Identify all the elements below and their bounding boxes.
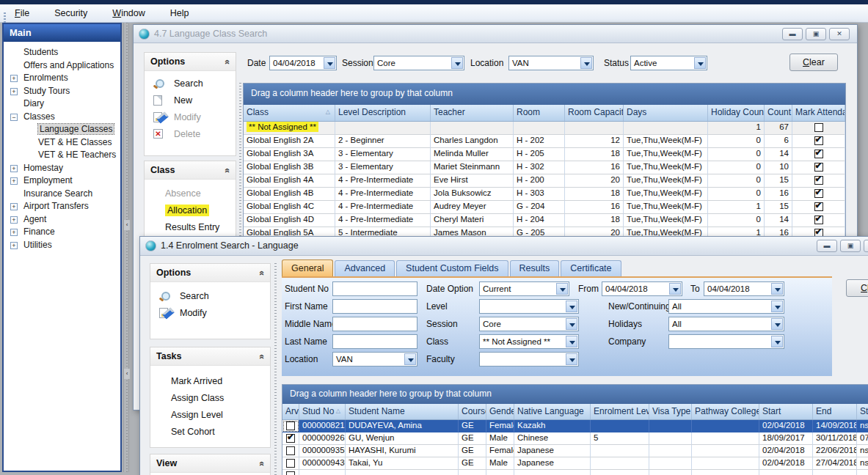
student-no-field[interactable] (332, 281, 417, 296)
absence-button[interactable]: Absence (145, 185, 236, 202)
column-header-level[interactable]: Level Description (335, 105, 431, 121)
table-row[interactable]: Global English 4C 4 - Pre-Intermediate A… (244, 201, 845, 214)
dropdown-arrow-icon[interactable] (771, 301, 783, 312)
mark-arrived-button[interactable]: Mark Arrived (150, 373, 270, 390)
expand-icon[interactable]: + (10, 75, 18, 82)
collapse-icon[interactable]: − (10, 114, 18, 121)
session-filter[interactable]: Core (373, 56, 464, 70)
column-header-mark-attendance[interactable]: Mark Attendar (792, 105, 845, 121)
expand-icon[interactable]: + (10, 203, 18, 210)
assign-class-button[interactable]: Assign Class (150, 390, 270, 407)
allocation-button[interactable]: Allocation (145, 202, 236, 219)
new-continuing-field[interactable]: All (668, 299, 784, 314)
attendance-checkbox[interactable]: ✔ (814, 216, 823, 224)
menu-window[interactable]: Window (112, 8, 145, 18)
column-header-gender[interactable]: Gender (486, 404, 514, 419)
minimize-button[interactable]: ▬ (817, 240, 837, 252)
expand-icon[interactable]: + (10, 88, 18, 95)
dropdown-arrow-icon[interactable] (556, 283, 568, 295)
attendance-checkbox[interactable]: ✔ (814, 176, 823, 185)
arrived-checkbox[interactable]: ✔ (286, 434, 295, 443)
close-button[interactable]: ✕ (829, 28, 850, 40)
new-button[interactable]: New (145, 92, 236, 109)
clear-button[interactable]: Clear (789, 54, 838, 71)
sidebar-item-airport-transfers[interactable]: +Airport Transfers (4, 200, 120, 213)
collapse-chevron-icon[interactable]: « (218, 168, 236, 173)
column-header-days[interactable]: Days (624, 105, 708, 121)
date-option-field[interactable]: Current (479, 281, 569, 296)
column-header-visa-type[interactable]: Visa Type (649, 404, 692, 419)
column-header-room[interactable]: Room (514, 105, 565, 121)
table-row[interactable]: 0000009435 Takai, Yu GE Male Japanese 02… (282, 457, 868, 470)
attendance-checkbox[interactable]: ✔ (814, 202, 823, 211)
to-date-field[interactable]: 04/04/2018 (704, 281, 784, 296)
results-entry-button[interactable]: Results Entry (145, 219, 236, 236)
sidebar-item-students[interactable]: Students (4, 46, 120, 59)
collapse-chevron-icon[interactable]: « (252, 354, 271, 359)
menu-file[interactable]: File (15, 8, 29, 18)
level-field[interactable] (479, 299, 579, 314)
dropdown-arrow-icon[interactable] (566, 318, 577, 330)
table-row[interactable]: 0000008213 DUDAYEVA, Amina GE Female Kaz… (282, 420, 868, 432)
faculty-field[interactable] (479, 352, 579, 367)
tab-results[interactable]: Results (510, 260, 560, 277)
column-header-pathway-college[interactable]: Pathway College (692, 404, 759, 419)
attendance-checkbox[interactable]: ✔ (814, 150, 823, 158)
sidebar-item-employment[interactable]: +Employment (4, 174, 120, 188)
session-field[interactable]: Core (479, 317, 579, 331)
dropdown-arrow-icon[interactable] (771, 318, 783, 330)
first-name-field[interactable] (332, 299, 417, 314)
window1-titlebar[interactable]: 4.7 Language Class Search ▬ ▣ ✕ (134, 25, 857, 43)
arrived-checkbox[interactable] (286, 421, 295, 430)
restore-button[interactable]: ▣ (806, 28, 826, 40)
search-button[interactable]: Search (145, 76, 236, 92)
clear-button[interactable]: Clear (846, 279, 868, 297)
dropdown-arrow-icon[interactable] (566, 336, 577, 347)
column-header-capacity[interactable]: Room Capacity (565, 105, 624, 121)
sidebar-item-homestay[interactable]: +Homestay (4, 162, 120, 175)
column-header-native-language[interactable]: Native Language (514, 404, 591, 419)
column-header-arvd[interactable]: Arvd (282, 404, 299, 419)
restore-button[interactable]: ▣ (840, 240, 861, 252)
collapse-chevron-icon[interactable]: « (218, 59, 236, 65)
window2-titlebar[interactable]: 1.4 Enrolment Search - Language ▬ ▣ ✕ (140, 237, 868, 256)
sidebar-item-diary[interactable]: Diary (4, 97, 120, 111)
class-field[interactable]: ** Not Assigned ** (479, 334, 579, 349)
date-filter[interactable]: 04/04/2018 (269, 56, 337, 70)
dropdown-arrow-icon[interactable] (580, 57, 592, 69)
menu-help[interactable]: Help (167, 7, 192, 20)
attendance-checkbox[interactable]: ✔ (814, 163, 823, 172)
column-header-count[interactable]: Count (765, 105, 792, 121)
dropdown-arrow-icon[interactable] (566, 353, 577, 365)
sidebar-item-enrolments[interactable]: +Enrolments (4, 72, 120, 85)
location-filter[interactable]: VAN (508, 56, 594, 70)
sidebar-item-classes[interactable]: −Classes (4, 111, 120, 124)
column-header-holiday[interactable]: Holiday Count (708, 105, 765, 121)
table-row[interactable]: ** Not Assigned ** 1 67 (244, 122, 845, 135)
sidebar-item-study-tours[interactable]: +Study Tours (4, 85, 120, 98)
arrived-checkbox[interactable] (286, 471, 295, 475)
panel-splitter[interactable] (239, 83, 241, 259)
dropdown-arrow-icon[interactable] (771, 283, 783, 295)
table-row[interactable]: Global English 3A 3 - Elementary Melinda… (244, 148, 845, 161)
sidebar-item-vet-he-classes[interactable]: VET & HE Classes (4, 136, 120, 150)
tab-advanced[interactable]: Advanced (335, 260, 395, 277)
collapse-chevron-icon[interactable]: « (252, 461, 271, 466)
from-date-field[interactable]: 04/04/2018 (602, 281, 682, 296)
column-header-start[interactable]: Start (759, 404, 813, 419)
location-field[interactable]: VAN (332, 352, 417, 367)
expand-icon[interactable]: + (10, 165, 18, 172)
column-header-enrolment-level[interactable]: Enrolment Level (591, 404, 649, 419)
table-row[interactable]: Global English 4D 4 - Pre-Intermediate C… (244, 214, 845, 227)
column-header-stud-no[interactable]: Stud No△ (299, 404, 346, 419)
dropdown-arrow-icon[interactable] (566, 301, 577, 312)
menu-security[interactable]: Security (51, 7, 90, 20)
sidebar-item-vet-he-teachers[interactable]: VET & HE Teachers (4, 149, 120, 162)
tab-student-custom-fields[interactable]: Student Custom Fields (396, 260, 508, 277)
dropdown-arrow-icon[interactable] (694, 57, 706, 69)
attendance-checkbox[interactable] (814, 123, 823, 132)
attendance-checkbox[interactable]: ✔ (814, 189, 823, 198)
company-field[interactable] (668, 334, 784, 349)
tab-certificate[interactable]: Certificate (561, 260, 621, 277)
arrived-checkbox[interactable] (286, 446, 295, 455)
